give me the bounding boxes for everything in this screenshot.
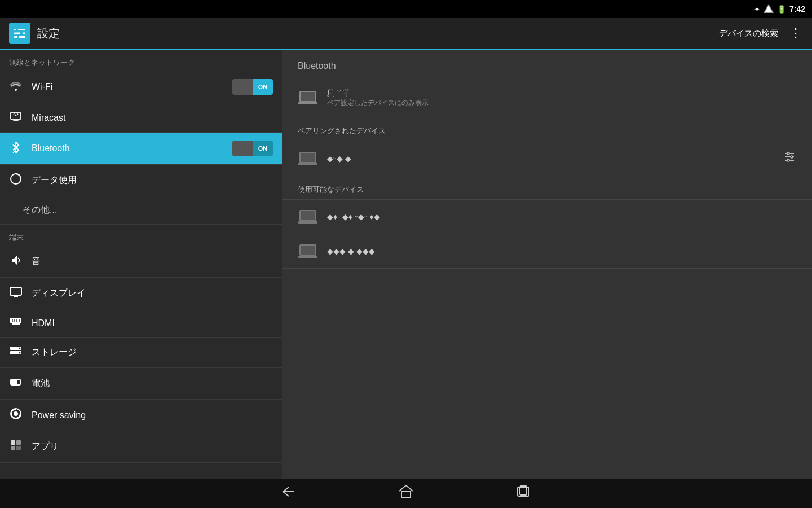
sidebar-item-battery[interactable]: 電池 (0, 368, 282, 400)
svg-rect-3 (14, 33, 25, 34)
home-button[interactable] (398, 484, 414, 502)
available-device-1-icon (298, 209, 318, 225)
svg-rect-7 (17, 36, 19, 38)
recents-button[interactable] (515, 485, 531, 502)
data-usage-icon (9, 173, 23, 188)
available-device-1-name: ◆♦- ◆♦ ᵕ◆ᵕ ♦◆ (327, 212, 796, 221)
storage-icon (9, 345, 23, 360)
available-device-row-2[interactable]: ◆◆◆ ◆ ◆◆◆ (282, 234, 812, 269)
top-bar-right: デバイスの検索 ⋮ (719, 26, 803, 41)
signal-icon (764, 4, 774, 15)
apps-icon (9, 439, 23, 454)
storage-label: ストレージ (32, 347, 273, 358)
paired-device-info: ◆ᵕ◆ ◆ (327, 154, 774, 163)
sidebar-item-power-saving[interactable]: Power saving (0, 400, 282, 431)
available-device-2-info: ◆◆◆ ◆ ◆◆◆ (327, 247, 796, 256)
wireless-section-label: 無線とネットワーク (0, 50, 282, 71)
sidebar-item-wifi[interactable]: Wi-Fi ON (0, 71, 282, 103)
this-device-info: ᶘ·͡˳ ᵕ ·͡ᶘ ペア設定したデバイスにのみ表示 (327, 87, 796, 108)
sidebar-item-storage[interactable]: ストレージ (0, 338, 282, 368)
svg-rect-37 (301, 92, 315, 101)
page-title: 設定 (37, 26, 60, 41)
svg-point-25 (19, 352, 21, 354)
top-bar: 設定 デバイスの検索 ⋮ (0, 18, 812, 50)
this-device-row[interactable]: ᶘ·͡˳ ᵕ ·͡ᶘ ペア設定したデバイスにのみ表示 (282, 78, 812, 117)
device-section-label: 端末 (0, 225, 282, 246)
sidebar: 無線とネットワーク Wi-Fi ON (0, 50, 282, 479)
svg-marker-12 (12, 256, 17, 265)
more-options-button[interactable]: ⋮ (789, 26, 803, 41)
svg-rect-52 (301, 246, 315, 255)
sound-label: 音 (32, 256, 273, 268)
settings-icon-box (9, 23, 30, 44)
available-device-1-info: ◆♦- ◆♦ ᵕ◆ᵕ ♦◆ (327, 212, 796, 221)
svg-rect-33 (16, 440, 21, 445)
svg-rect-16 (10, 318, 21, 323)
paired-device-row-1[interactable]: ◆ᵕ◆ ◆ (282, 141, 812, 176)
svg-rect-32 (11, 440, 15, 445)
svg-rect-6 (20, 32, 23, 35)
toggle-on-part: ON (253, 79, 273, 95)
hdmi-icon (9, 317, 23, 329)
svg-point-46 (791, 156, 793, 158)
svg-rect-13 (10, 287, 21, 295)
svg-point-47 (787, 159, 789, 161)
paired-device-name: ◆ᵕ◆ ◆ (327, 154, 774, 163)
top-bar-left: 設定 (9, 23, 60, 44)
svg-point-24 (19, 348, 21, 349)
paired-device-icon (298, 151, 318, 167)
content-header: Bluetooth (282, 50, 812, 78)
bluetooth-icon (9, 142, 23, 156)
sidebar-item-bluetooth[interactable]: Bluetooth ON (0, 133, 282, 165)
main-layout: 無線とネットワーク Wi-Fi ON (0, 50, 812, 479)
content-panel: Bluetooth ᶘ·͡˳ ᵕ ·͡ᶘ ペア設定したデバイスにのみ表示 ペアリ… (282, 50, 812, 479)
search-devices-button[interactable]: デバイスの検索 (719, 28, 778, 39)
sidebar-item-miracast[interactable]: Miracast (0, 103, 282, 133)
available-section-label: 使用可能なデバイス (282, 176, 812, 199)
bt-toggle-on: ON (253, 141, 273, 156)
bluetooth-label: Bluetooth (32, 143, 223, 154)
wifi-toggle[interactable]: ON (232, 79, 273, 95)
status-time: 7:42 (789, 5, 805, 14)
bt-toggle-off (232, 141, 253, 156)
battery-nav-icon (9, 376, 23, 391)
device-settings-icon[interactable] (783, 150, 796, 167)
back-button[interactable] (281, 485, 297, 502)
sidebar-item-display[interactable]: ディスプレイ (0, 278, 282, 309)
this-device-name: ᶘ·͡˳ ᵕ ·͡ᶘ (327, 87, 796, 97)
available-device-2-name: ◆◆◆ ◆ ◆◆◆ (327, 247, 796, 256)
svg-rect-40 (301, 153, 315, 162)
power-saving-icon (9, 408, 23, 423)
apps-label: アプリ (32, 441, 273, 453)
bluetooth-toggle[interactable]: ON (232, 141, 273, 156)
hdmi-label: HDMI (32, 318, 273, 329)
display-icon (9, 286, 23, 301)
battery-label: 電池 (32, 378, 273, 389)
svg-rect-17 (12, 323, 20, 325)
battery-icon: 🔋 (777, 5, 786, 14)
svg-rect-41 (298, 163, 317, 165)
svg-rect-50 (298, 221, 317, 224)
svg-rect-35 (16, 446, 21, 450)
wifi-icon (9, 81, 23, 94)
bluetooth-status-icon: ✦ (754, 5, 760, 14)
sidebar-item-data-usage[interactable]: データ使用 (0, 165, 282, 196)
sidebar-item-other[interactable]: その他... (0, 196, 282, 225)
content-title: Bluetooth (298, 61, 336, 71)
this-device-laptop-icon (298, 90, 318, 106)
bottom-nav (0, 479, 812, 508)
this-device-sub: ペア設定したデバイスにのみ表示 (327, 98, 796, 108)
available-device-row-1[interactable]: ◆♦- ◆♦ ᵕ◆ᵕ ♦◆ (282, 199, 812, 234)
status-icons: ✦ 🔋 7:42 (754, 4, 805, 15)
svg-rect-5 (16, 28, 18, 31)
sidebar-item-hdmi[interactable]: HDMI (0, 309, 282, 338)
wifi-label: Wi-Fi (32, 82, 223, 92)
sidebar-item-apps[interactable]: アプリ (0, 431, 282, 463)
status-bar: ✦ 🔋 7:42 (0, 0, 812, 18)
svg-rect-34 (11, 446, 15, 450)
svg-rect-55 (401, 491, 411, 498)
sidebar-item-sound[interactable]: 音 (0, 246, 282, 278)
svg-rect-29 (12, 380, 16, 384)
svg-rect-4 (14, 36, 25, 38)
svg-rect-53 (298, 256, 317, 258)
